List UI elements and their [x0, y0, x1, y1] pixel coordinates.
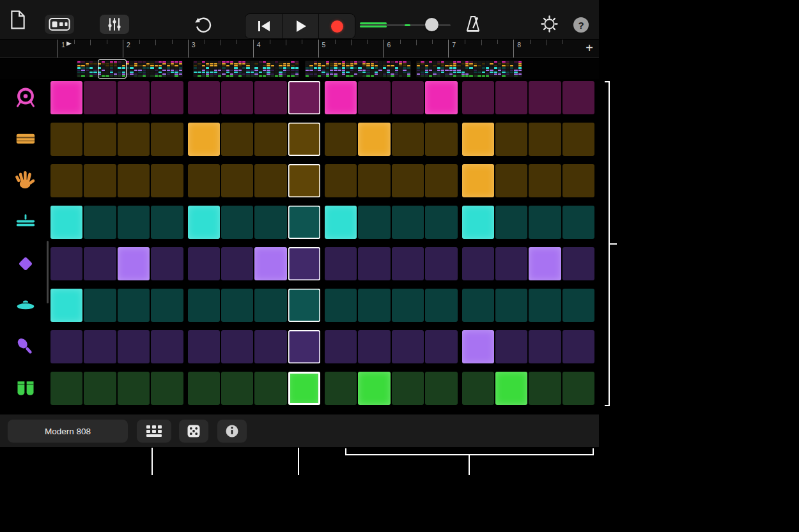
settings-button[interactable] [541, 15, 558, 33]
step-kick-drum-6[interactable] [221, 81, 253, 114]
new-document-icon[interactable] [10, 10, 26, 29]
step-clap-11[interactable] [392, 164, 424, 197]
step-congas-11[interactable] [392, 372, 424, 405]
step-clap-8[interactable] [288, 164, 320, 197]
step-open-hi-hat-8[interactable] [288, 289, 320, 322]
ruler-beat-3[interactable]: 3 [188, 40, 253, 57]
step-block-3[interactable] [118, 247, 150, 280]
step-open-hi-hat-13[interactable] [462, 289, 494, 322]
open-hi-hat-icon[interactable] [0, 289, 50, 322]
step-kick-drum-9[interactable] [325, 81, 357, 114]
step-clap-13[interactable] [462, 164, 494, 197]
step-congas-7[interactable] [254, 372, 286, 405]
step-open-hi-hat-7[interactable] [254, 289, 286, 322]
pattern-section-4[interactable] [416, 61, 522, 77]
step-block-15[interactable] [529, 247, 561, 280]
step-congas-5[interactable] [188, 372, 220, 405]
step-congas-10[interactable] [358, 372, 390, 405]
ruler-beat-1[interactable]: 1 [58, 40, 123, 57]
mixer-controls-button[interactable] [100, 15, 129, 34]
shaker-icon[interactable] [0, 330, 50, 363]
step-clap-10[interactable] [358, 164, 390, 197]
step-congas-12[interactable] [425, 372, 457, 405]
track-view-toggle-button[interactable] [45, 15, 74, 34]
ruler-beat-7[interactable]: 7 [448, 40, 513, 57]
step-closed-hi-hat-3[interactable] [118, 206, 150, 239]
step-closed-hi-hat-8[interactable] [288, 206, 320, 239]
step-block-16[interactable] [562, 247, 594, 280]
step-open-hi-hat-14[interactable] [495, 289, 527, 322]
step-shaker-2[interactable] [84, 330, 116, 363]
step-snare-drum-10[interactable] [358, 123, 390, 156]
step-shaker-14[interactable] [495, 330, 527, 363]
step-clap-16[interactable] [562, 164, 594, 197]
step-kick-drum-5[interactable] [188, 81, 220, 114]
step-kick-drum-12[interactable] [425, 81, 457, 114]
congas-icon[interactable] [0, 372, 50, 405]
step-open-hi-hat-3[interactable] [118, 289, 150, 322]
step-snare-drum-14[interactable] [495, 123, 527, 156]
step-closed-hi-hat-16[interactable] [562, 206, 594, 239]
snare-drum-icon[interactable] [0, 123, 50, 156]
step-shaker-6[interactable] [221, 330, 253, 363]
step-kick-drum-10[interactable] [358, 81, 390, 114]
pattern-grid-button[interactable] [137, 420, 171, 443]
step-closed-hi-hat-5[interactable] [188, 206, 220, 239]
step-block-7[interactable] [254, 247, 286, 280]
volume-slider[interactable] [360, 18, 451, 32]
step-closed-hi-hat-13[interactable] [462, 206, 494, 239]
step-clap-1[interactable] [50, 164, 82, 197]
step-clap-3[interactable] [118, 164, 150, 197]
patch-name-button[interactable]: Modern 808 [8, 420, 128, 443]
step-shaker-9[interactable] [325, 330, 357, 363]
step-snare-drum-7[interactable] [254, 123, 286, 156]
step-shaker-1[interactable] [50, 330, 82, 363]
step-snare-drum-3[interactable] [118, 123, 150, 156]
pattern-section-2[interactable] [193, 61, 299, 77]
ruler-beat-2[interactable]: 2 [123, 40, 188, 57]
step-snare-drum-12[interactable] [425, 123, 457, 156]
step-congas-16[interactable] [562, 372, 594, 405]
skip-to-start-button[interactable] [245, 14, 282, 38]
step-closed-hi-hat-14[interactable] [495, 206, 527, 239]
step-open-hi-hat-15[interactable] [529, 289, 561, 322]
step-block-13[interactable] [462, 247, 494, 280]
step-shaker-12[interactable] [425, 330, 457, 363]
clap-icon[interactable] [0, 164, 50, 197]
step-kick-drum-2[interactable] [84, 81, 116, 114]
volume-knob[interactable] [425, 18, 438, 31]
step-snare-drum-5[interactable] [188, 123, 220, 156]
randomize-button[interactable] [179, 420, 208, 443]
step-block-2[interactable] [84, 247, 116, 280]
ruler-beat-8[interactable]: 8 [513, 40, 578, 57]
step-congas-6[interactable] [221, 372, 253, 405]
step-block-10[interactable] [358, 247, 390, 280]
step-snare-drum-9[interactable] [325, 123, 357, 156]
play-button[interactable] [282, 14, 318, 38]
step-closed-hi-hat-6[interactable] [221, 206, 253, 239]
step-kick-drum-15[interactable] [529, 81, 561, 114]
info-button[interactable] [217, 420, 247, 443]
step-closed-hi-hat-10[interactable] [358, 206, 390, 239]
step-block-9[interactable] [325, 247, 357, 280]
step-block-6[interactable] [221, 247, 253, 280]
step-closed-hi-hat-4[interactable] [151, 206, 183, 239]
step-open-hi-hat-5[interactable] [188, 289, 220, 322]
step-open-hi-hat-12[interactable] [425, 289, 457, 322]
step-clap-7[interactable] [254, 164, 286, 197]
step-congas-1[interactable] [50, 372, 82, 405]
ruler-beat-4[interactable]: 4 [253, 40, 318, 57]
step-shaker-15[interactable] [529, 330, 561, 363]
step-shaker-10[interactable] [358, 330, 390, 363]
step-open-hi-hat-9[interactable] [325, 289, 357, 322]
step-congas-14[interactable] [495, 372, 527, 405]
step-open-hi-hat-1[interactable] [50, 289, 82, 322]
step-kick-drum-4[interactable] [151, 81, 183, 114]
step-snare-drum-15[interactable] [529, 123, 561, 156]
step-congas-2[interactable] [84, 372, 116, 405]
block-icon[interactable] [0, 247, 50, 280]
step-snare-drum-16[interactable] [562, 123, 594, 156]
step-closed-hi-hat-11[interactable] [392, 206, 424, 239]
step-snare-drum-1[interactable] [50, 123, 82, 156]
step-block-4[interactable] [151, 247, 183, 280]
